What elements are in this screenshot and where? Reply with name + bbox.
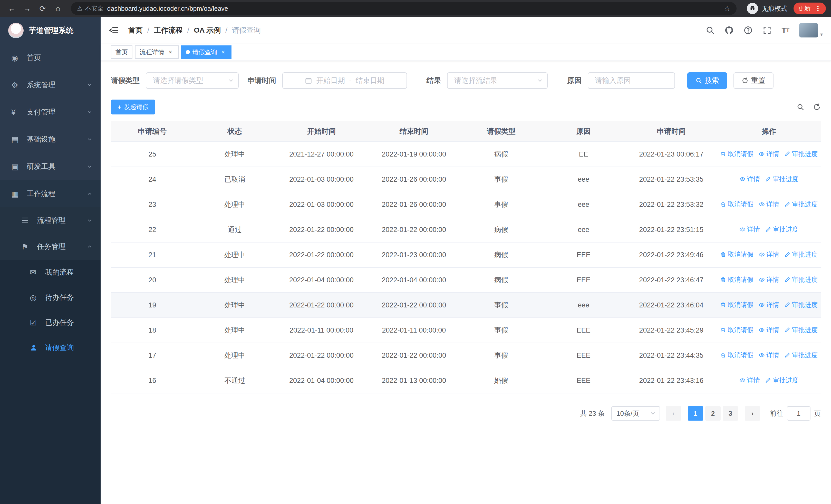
apply-time-range-picker[interactable]: 开始日期 - 结束日期 [282, 72, 407, 89]
toggle-search-icon[interactable] [797, 103, 804, 111]
goto-page-input[interactable] [787, 406, 810, 421]
bookmark-star-icon[interactable]: ☆ [724, 4, 730, 13]
refresh-icon[interactable] [813, 103, 821, 111]
breadcrumb-item[interactable]: 工作流程 [154, 25, 183, 35]
sidebar-item-10[interactable]: ☑已办任务 [0, 310, 101, 335]
sidebar-item-11[interactable]: 请假查询 [0, 335, 101, 360]
sidebar-item-8[interactable]: ✉我的流程 [0, 260, 101, 285]
eye-icon [739, 176, 746, 182]
edit-icon [784, 352, 791, 358]
cell-reason: eee [542, 167, 625, 192]
cancel-action-link[interactable]: 取消请假 [720, 200, 753, 208]
tab-0[interactable]: 首页 [111, 46, 133, 59]
detail-action-link[interactable]: 详情 [739, 225, 760, 234]
detail-action-link[interactable]: 详情 [758, 326, 779, 334]
cancel-action-link[interactable]: 取消请假 [720, 250, 753, 259]
detail-action-link[interactable]: 详情 [758, 150, 779, 158]
progress-action-link[interactable]: 审批进度 [784, 275, 818, 284]
collapse-sidebar-icon[interactable] [109, 25, 119, 35]
security-warning[interactable]: ⚠ 不安全 [77, 4, 104, 12]
sidebar-item-0[interactable]: ◉首页 [0, 44, 101, 71]
cancel-action-link[interactable]: 取消请假 [720, 150, 753, 158]
sidebar-item-1[interactable]: ⚙系统管理 [0, 71, 101, 98]
help-icon[interactable] [744, 26, 753, 35]
tab-label: 请假查询 [193, 48, 217, 56]
sidebar-item-2[interactable]: ¥支付管理 [0, 98, 101, 126]
create-leave-button[interactable]: + 发起请假 [111, 99, 155, 114]
breadcrumb-item[interactable]: 首页 [128, 25, 143, 35]
cancel-action-link[interactable]: 取消请假 [720, 351, 753, 359]
page-size-select[interactable]: 10条/页 [611, 406, 660, 421]
forward-icon[interactable]: → [21, 2, 34, 15]
sidebar-item-5[interactable]: ▦工作流程 [0, 180, 101, 207]
home-icon[interactable]: ⌂ [51, 2, 65, 15]
sidebar-item-9[interactable]: ◎待办任务 [0, 285, 101, 310]
breadcrumb-item[interactable]: OA 示例 [194, 25, 221, 35]
cell-status: 处理中 [194, 293, 276, 318]
sidebar-item-7[interactable]: ⚑任务管理 [0, 234, 101, 260]
close-icon[interactable]: × [167, 49, 174, 56]
sidebar-item-4[interactable]: ▣研发工具 [0, 153, 101, 180]
trash-icon [720, 302, 726, 308]
progress-action-link[interactable]: 审批进度 [765, 376, 798, 384]
cancel-action-link[interactable]: 取消请假 [720, 326, 753, 334]
progress-action-link[interactable]: 审批进度 [784, 150, 818, 158]
cancel-action-link[interactable]: 取消请假 [720, 275, 753, 284]
detail-action-link[interactable]: 详情 [758, 300, 779, 309]
leave-type-select[interactable]: 请选择请假类型 [146, 72, 239, 89]
page-button-2[interactable]: 2 [705, 406, 721, 421]
page-button-1[interactable]: 1 [688, 406, 703, 421]
search-button[interactable]: 搜索 [687, 72, 727, 89]
reload-icon[interactable]: ⟳ [36, 2, 49, 15]
sidebar-item-label: 我的流程 [45, 267, 74, 277]
tab-2[interactable]: 请假查询× [181, 46, 231, 59]
github-icon[interactable] [724, 26, 734, 35]
address-bar[interactable]: ⚠ 不安全 dashboard.yudao.iocoder.cn/bpm/oa/… [71, 2, 737, 15]
incognito-indicator: 无痕模式 [747, 3, 787, 14]
fullscreen-icon[interactable] [763, 26, 772, 35]
cancel-action-link[interactable]: 取消请假 [720, 300, 753, 309]
cell-leave-type: 病假 [461, 267, 542, 293]
detail-action-link[interactable]: 详情 [758, 275, 779, 284]
result-select[interactable]: 请选择流结果 [447, 72, 548, 89]
cell-start-time: 2022-01-03 00:00:00 [276, 167, 367, 192]
progress-action-link[interactable]: 审批进度 [765, 175, 798, 183]
cell-end-time: 2022-01-26 00:00:00 [367, 167, 461, 192]
search-icon[interactable] [706, 26, 715, 35]
progress-action-link[interactable]: 审批进度 [784, 326, 818, 334]
progress-action-link[interactable]: 审批进度 [784, 300, 818, 309]
progress-action-link[interactable]: 审批进度 [784, 351, 818, 359]
cell-start-time: 2022-01-04 00:00:00 [276, 368, 367, 393]
sidebar-item-3[interactable]: ▤基础设施 [0, 126, 101, 153]
next-page-button[interactable]: › [745, 406, 760, 421]
detail-action-link[interactable]: 详情 [758, 351, 779, 359]
tab-1[interactable]: 流程详情× [135, 46, 179, 59]
browser-update-button[interactable]: 更新 ⋮ [794, 3, 826, 14]
cell-actions: 详情审批进度 [717, 217, 821, 242]
detail-action-link[interactable]: 详情 [739, 175, 760, 183]
close-icon[interactable]: × [220, 49, 227, 56]
back-icon[interactable]: ← [5, 2, 19, 15]
progress-action-link[interactable]: 审批进度 [765, 225, 798, 234]
font-size-icon[interactable]: TT [781, 26, 790, 35]
reason-input[interactable]: 请输入原因 [588, 72, 675, 89]
action-label: 审批进度 [792, 275, 818, 284]
cell-leave-type: 事假 [461, 293, 542, 318]
chevron-down-icon [87, 109, 92, 115]
progress-action-link[interactable]: 审批进度 [784, 200, 818, 208]
action-label: 详情 [747, 175, 760, 183]
detail-action-link[interactable]: 详情 [758, 250, 779, 259]
detail-action-link[interactable]: 详情 [739, 376, 760, 384]
cell-actions: 取消请假详情审批进度 [717, 343, 821, 368]
page-button-3[interactable]: 3 [723, 406, 738, 421]
sidebar-item-6[interactable]: ☰流程管理 [0, 207, 101, 234]
browser-menu-icon[interactable]: ⋮ [814, 5, 821, 12]
done-icon: ☑ [30, 318, 42, 327]
screen: ← → ⟳ ⌂ ⚠ 不安全 dashboard.yudao.iocoder.cn… [0, 0, 831, 504]
user-menu[interactable]: ▾ [799, 23, 823, 37]
progress-action-link[interactable]: 审批进度 [784, 250, 818, 259]
prev-page-button[interactable]: ‹ [666, 406, 681, 421]
reset-button[interactable]: 重置 [734, 72, 774, 89]
page-content: 请假类型 请选择请假类型 申请时间 开始日期 - 结束 [101, 61, 831, 504]
detail-action-link[interactable]: 详情 [758, 200, 779, 208]
